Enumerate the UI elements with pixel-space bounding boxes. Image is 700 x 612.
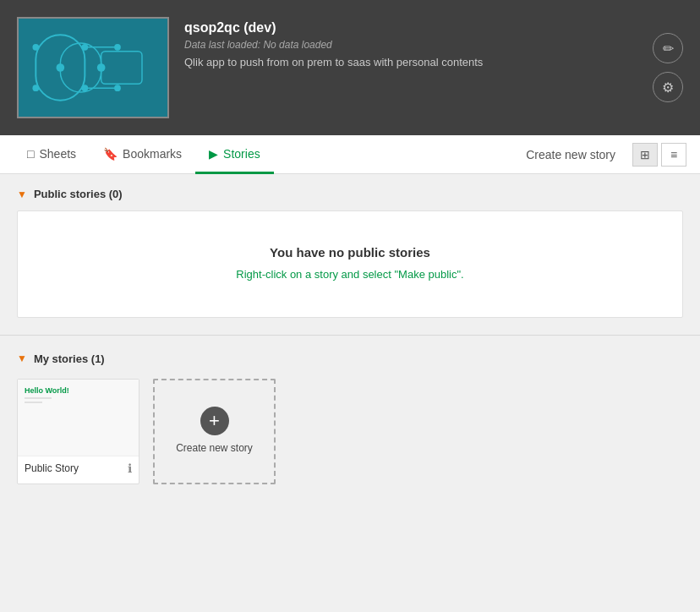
public-stories-header[interactable]: ▼ Public stories (0) — [17, 188, 683, 200]
my-stories-arrow: ▼ — [17, 352, 27, 364]
section-divider — [0, 335, 700, 336]
tab-sheets-label: Sheets — [39, 147, 76, 161]
svg-point-13 — [97, 63, 106, 72]
grid-icon: ⊞ — [640, 148, 650, 161]
tab-stories[interactable]: ▶ Stories — [195, 136, 274, 174]
view-list-button[interactable]: ≡ — [661, 143, 686, 167]
view-toggle: ⊞ ≡ — [632, 143, 686, 167]
story-thumb-line — [25, 397, 52, 399]
story-thumb-text: Hello World! — [25, 386, 69, 395]
stories-icon: ▶ — [209, 147, 218, 161]
story-info-icon[interactable]: ℹ — [128, 462, 132, 475]
tab-bar: □ Sheets 🔖 Bookmarks ▶ Stories Create ne… — [0, 135, 700, 174]
tab-bookmarks[interactable]: 🔖 Bookmarks — [90, 136, 195, 174]
my-stories-header[interactable]: ▼ My stories (1) — [17, 352, 683, 365]
app-header-left: qsop2qc (dev) Data last loaded: No data … — [17, 17, 483, 118]
create-card-plus-icon: + — [200, 407, 229, 435]
public-stories-section: ▼ Public stories (0) You have no public … — [0, 174, 700, 331]
sheets-icon: □ — [27, 147, 34, 161]
app-header: qsop2qc (dev) Data last loaded: No data … — [0, 0, 700, 135]
list-icon: ≡ — [670, 148, 677, 161]
my-stories-section: ▼ My stories (1) Hello World! Public Sto… — [0, 339, 700, 498]
tab-items: □ Sheets 🔖 Bookmarks ▶ Stories — [14, 135, 519, 173]
tab-bar-right: Create new story ⊞ ≡ — [519, 143, 686, 167]
main-content: ▼ Public stories (0) You have no public … — [0, 174, 700, 498]
create-card-label: Create new story — [176, 442, 253, 456]
public-stories-title: Public stories (0) — [34, 188, 123, 200]
settings-button[interactable]: ⚙ — [653, 72, 683, 102]
svg-rect-0 — [19, 19, 167, 117]
story-card-name: Public Story — [25, 462, 79, 474]
story-card-thumbnail: Hello World! — [18, 380, 139, 456]
app-info: qsop2qc (dev) Data last loaded: No data … — [184, 17, 483, 68]
tab-sheets[interactable]: □ Sheets — [14, 136, 90, 174]
app-title: qsop2qc (dev) — [184, 20, 483, 36]
svg-point-3 — [32, 44, 39, 51]
story-card[interactable]: Hello World! Public Story ℹ — [17, 379, 139, 484]
story-cards: Hello World! Public Story ℹ + Create new… — [17, 375, 683, 484]
tab-bookmarks-label: Bookmarks — [123, 147, 182, 161]
public-stories-arrow: ▼ — [17, 189, 27, 200]
story-thumb-line2 — [25, 402, 42, 403]
public-stories-empty: You have no public stories Right-click o… — [17, 210, 683, 318]
create-story-button[interactable]: Create new story — [519, 145, 622, 165]
tab-stories-label: Stories — [223, 147, 260, 161]
settings-icon: ⚙ — [662, 79, 674, 96]
app-data-loaded: Data last loaded: No data loaded — [184, 39, 483, 51]
app-description: Qlik app to push from on prem to saas wi… — [184, 56, 483, 68]
view-grid-button[interactable]: ⊞ — [632, 143, 658, 167]
svg-point-12 — [57, 63, 65, 72]
empty-state-title: You have no public stories — [35, 245, 665, 260]
bookmarks-icon: 🔖 — [103, 147, 118, 161]
edit-button[interactable]: ✏ — [653, 33, 683, 63]
app-thumbnail — [17, 17, 169, 118]
svg-point-10 — [114, 85, 121, 91]
create-story-card[interactable]: + Create new story — [153, 379, 276, 484]
svg-point-5 — [32, 85, 39, 91]
story-card-footer: Public Story ℹ — [18, 456, 139, 480]
svg-point-9 — [114, 44, 121, 51]
edit-icon: ✏ — [663, 41, 674, 57]
empty-state-desc: Right-click on a story and select "Make … — [35, 266, 665, 283]
my-stories-title: My stories (1) — [34, 352, 105, 365]
app-header-actions: ✏ ⚙ — [653, 33, 683, 102]
